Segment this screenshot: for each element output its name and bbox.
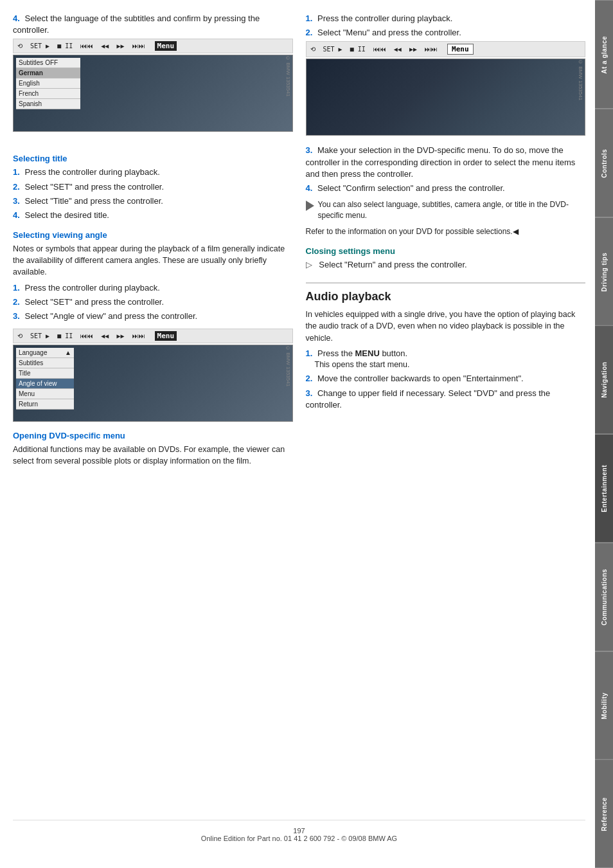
audio-step-1-num: 1. (306, 348, 313, 358)
dvd-screenshot-1: Subtitles OFF German English French Span… (13, 55, 293, 132)
intro-step-text: Select the language of the subtitles and… (13, 14, 260, 35)
dvd-menu-item: Subtitles OFF (16, 58, 80, 68)
sidebar-tab-mobility[interactable]: Mobility (595, 651, 613, 760)
audio-step-2: 2. Move the controller backwards to open… (306, 373, 586, 384)
dvd-screenshot-2: Language▲ Subtitles Title Angle of view … (13, 345, 293, 422)
note-box: You can also select language, subtitles,… (306, 199, 586, 221)
audio-steps: 1. Press the MENU button. This opens the… (306, 348, 586, 411)
step-angle-1: 1. Press the controller during playback. (13, 282, 293, 294)
sidebar-tab-entertainment[interactable]: Entertainment (595, 434, 613, 543)
right-step4: 4. Select "Confirm selection" and press … (306, 183, 586, 194)
right-step3-num: 3. (306, 145, 313, 155)
dvd-menu-list-1: Subtitles OFF German English French Span… (16, 58, 80, 109)
dvd-menu-item: English (16, 78, 80, 89)
step-angle-1-text: Press the controller during playback. (24, 283, 159, 293)
right-step4-num: 4. (306, 183, 313, 193)
audio-step-1-text: Press the MENU button. (317, 348, 407, 358)
dvd-bar-text-2: ⟲ SET ▶ ■ II ⏮⏮ ◀◀ ▶▶ ⏭⏭ (17, 332, 153, 339)
right-step2-num: 2. (306, 28, 313, 37)
intro-left: 4. Select the language of the subtitles … (13, 13, 293, 140)
audio-step-1-sub: This opens the start menu. (315, 359, 586, 371)
dvd-control-bar-right: ⟲ SET ▶ ■ II ⏮⏮ ◀◀ ▶▶ ⏭⏭ Menu (306, 41, 586, 57)
audio-step-3-text: Change to upper field if necessary. Sele… (306, 388, 551, 410)
intro-step: 4. Select the language of the subtitles … (13, 13, 293, 36)
step-angle-3-num: 3. (13, 311, 20, 321)
audio-step-2-text: Move the controller backwards to open "E… (317, 374, 524, 383)
dvd-bar-text-right: ⟲ SET ▶ ■ II ⏮⏮ ◀◀ ▶▶ ⏭⏭ (310, 46, 446, 53)
step-title-4-text: Select the desired title. (24, 210, 109, 220)
selecting-angle-heading: Selecting viewing angle (13, 230, 293, 240)
step-title-3: 3. Select "Title" and press the controll… (13, 195, 293, 207)
note-triangle-icon (306, 201, 314, 211)
audio-step-1: 1. Press the MENU button. This opens the… (306, 348, 586, 371)
refer-text: Refer to the information on your DVD for… (306, 226, 586, 237)
step-angle-2: 2. Select "SET" and press the controller… (13, 296, 293, 308)
right-step2-text: Select "Menu" and press the controller. (317, 28, 461, 37)
refer-text-content: Refer to the information on your DVD for… (306, 227, 513, 236)
right-step3: 3. Make your selection in the DVD-specif… (306, 145, 586, 180)
audio-step-3: 3. Change to upper field if necessary. S… (306, 388, 586, 411)
dvd-control-bar-2: ⟲ SET ▶ ■ II ⏮⏮ ◀◀ ▶▶ ⏭⏭ Menu (13, 329, 293, 343)
right-step1: 1. Press the controller during playback. (306, 13, 586, 24)
step-title-2: 2. Select "SET" and press the controller… (13, 181, 293, 193)
dvd-control-bar-1: ⟲ SET ▶ ■ II ⏮⏮ ◀◀ ▶▶ ⏭⏭ Menu (13, 39, 293, 53)
step-title-1-num: 1. (13, 167, 20, 177)
note-text: You can also select language, subtitles,… (318, 199, 586, 221)
right-step1-text: Press the controller during playback. (317, 14, 452, 23)
sidebar-tab-driving-tips[interactable]: Driving tips (595, 217, 613, 326)
dvd-menu-item-menu: Menu (16, 389, 74, 399)
step-title-2-text: Select "SET" and press the controller. (24, 182, 164, 192)
sidebar-tab-communications[interactable]: Communications (595, 543, 613, 651)
sidebar-tab-reference[interactable]: Reference (595, 759, 613, 868)
dvd-menu-item-return: Return (16, 399, 74, 410)
intro-right: 1. Press the controller during playback.… (306, 13, 586, 140)
angle-para: Notes or symbols that appear during the … (13, 243, 293, 278)
dvd-menu-item: Spanish (16, 99, 80, 109)
right-step4-text: Select "Confirm selection" and press the… (317, 183, 505, 193)
sidebar: At a glance Controls Driving tips Naviga… (595, 0, 613, 868)
dvd-bar-text-1: ⟲ SET ▶ ■ II ⏮⏮ ◀◀ ▶▶ ⏭⏭ (17, 42, 153, 50)
audio-para: In vehicles equipped with a single drive… (306, 309, 586, 343)
back-symbol: ◀ (513, 227, 519, 236)
dvd-screenshot-right: © BMW 1353541 (306, 59, 586, 136)
step-angle-2-text: Select "SET" and press the controller. (24, 297, 164, 307)
opening-para: Additional functions may be available on… (13, 444, 293, 467)
steps-title: 1. Press the controller during playback.… (13, 167, 293, 221)
dvd-caption-2: © BMW 1353541 (285, 345, 291, 421)
closing-arrow-icon: ▷ (306, 260, 317, 269)
sidebar-tab-navigation[interactable]: Navigation (595, 325, 613, 434)
dvd-bar-menu-2: Menu (155, 331, 177, 341)
dvd-menu-item-angle: Angle of view (16, 379, 74, 389)
intro-row: 4. Select the language of the subtitles … (13, 13, 585, 140)
steps-angle: 1. Press the controller during playback.… (13, 282, 293, 323)
right-step3-text: Make your selection in the DVD-specific … (306, 145, 576, 178)
body-columns: Selecting title 1. Press the controller … (13, 145, 585, 807)
dvd-menu-item-selected: German (16, 68, 80, 78)
step-title-4-num: 4. (13, 210, 20, 220)
right-step2: 2. Select "Menu" and press the controlle… (306, 27, 586, 39)
dvd-menu-item-subtitles: Subtitles (16, 358, 74, 368)
selecting-title-heading: Selecting title (13, 154, 293, 163)
step-title-3-text: Select "Title" and press the controller. (24, 196, 163, 206)
dvd-menu-item: French (16, 89, 80, 99)
audio-step-3-num: 3. (306, 388, 313, 398)
dvd-menu-item-lang: Language▲ (16, 348, 74, 358)
closing-heading: Closing settings menu (306, 246, 586, 256)
step-angle-3-text: Select "Angle of view" and press the con… (24, 311, 197, 321)
right-step1-num: 1. (306, 14, 313, 23)
step-title-1: 1. Press the controller during playback. (13, 167, 293, 178)
step-angle-1-num: 1. (13, 283, 20, 293)
main-content: 4. Select the language of the subtitles … (0, 0, 595, 868)
footer-text: Online Edition for Part no. 01 41 2 600 … (201, 835, 397, 842)
audio-heading: Audio playback (306, 282, 586, 303)
closing-step-text: Select "Return" and press the controller… (319, 260, 466, 269)
audio-step-2-num: 2. (306, 374, 313, 383)
sidebar-tab-controls[interactable]: Controls (595, 109, 613, 217)
dvd-menu-item-title: Title (16, 368, 74, 379)
step-angle-2-num: 2. (13, 297, 20, 307)
page-footer: 197 Online Edition for Part no. 01 41 2 … (13, 820, 585, 842)
opening-heading: Opening DVD-specific menu (13, 431, 293, 440)
dvd-menu-list-2: Language▲ Subtitles Title Angle of view … (16, 348, 74, 410)
step-title-1-text: Press the controller during playback. (24, 167, 159, 177)
sidebar-tab-at-a-glance[interactable]: At a glance (595, 0, 613, 109)
